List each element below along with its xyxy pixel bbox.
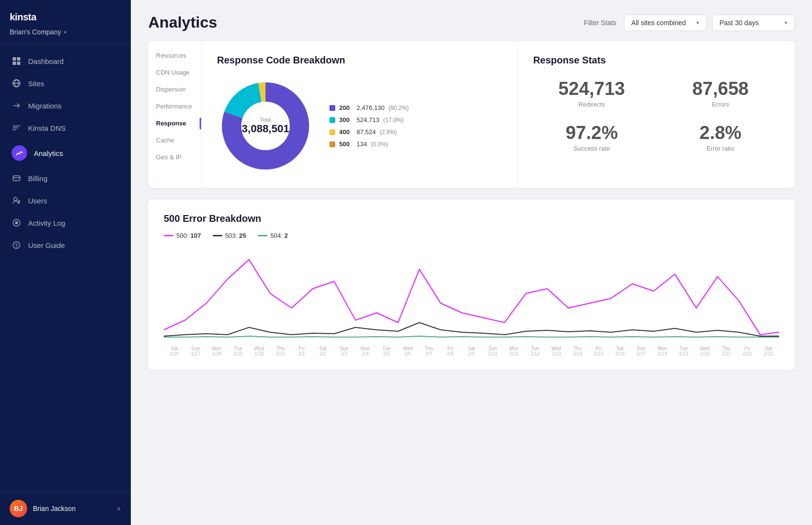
line-chart-svg — [164, 245, 779, 342]
user-chevron-icon: ∧ — [117, 505, 121, 512]
legend-dot-500 — [329, 141, 335, 147]
sidebar-item-dashboard[interactable]: Dashboard — [0, 50, 131, 72]
subnav-cache[interactable]: Cache — [148, 132, 201, 149]
error-legend-504-label: 504: 2 — [270, 232, 288, 239]
legend-item-200: 200 2,476,130 (80.2%) — [329, 104, 409, 111]
x-label: Sat2/9 — [461, 346, 482, 356]
stat-error-ratio-label: Error ratio — [662, 145, 779, 152]
x-label: Sat2/16 — [609, 346, 631, 356]
legend-pct-400: (2.8%) — [380, 129, 397, 136]
svg-text:?: ? — [15, 243, 18, 248]
svg-rect-2 — [17, 57, 20, 61]
analytics-active-dot — [12, 145, 27, 161]
sidebar-item-migrations[interactable]: Migrations — [0, 94, 131, 117]
x-label: Sun2/10 — [482, 346, 503, 356]
donut-chart-title: Response Code Breakdown — [217, 55, 501, 66]
legend-dot-300 — [329, 117, 335, 123]
sidebar-nav: Dashboard Sites Migrations Kinsta DNS — [0, 44, 131, 492]
site-filter-dropdown[interactable]: All sites combined ▾ — [624, 15, 706, 31]
user-guide-icon: ? — [12, 240, 21, 250]
sidebar-item-billing-label: Billing — [28, 174, 47, 183]
x-label: Thu2/7 — [419, 346, 440, 356]
users-icon — [12, 196, 21, 205]
x-label: Wed2/6 — [397, 346, 419, 356]
stat-errors-value: 87,658 — [662, 79, 779, 98]
x-label: Thu2/21 — [716, 346, 737, 356]
x-label: Sat2/23 — [758, 346, 779, 356]
subnav-cdn-usage[interactable]: CDN Usage — [148, 64, 201, 81]
billing-icon — [12, 173, 21, 183]
user-name: Brian Jackson — [33, 505, 111, 512]
error-legend-500-label: 500: 107 — [176, 232, 201, 239]
legend-pct-500: (0.0%) — [371, 141, 388, 148]
right-panel: Response Stats 524,713 Redirects 87,658 … — [517, 41, 795, 188]
legend-count-400: 87,524 — [357, 128, 376, 136]
subnav-resources[interactable]: Resources — [148, 47, 201, 64]
x-label: Mon2/18 — [652, 346, 673, 356]
x-label: Tue1/29 — [227, 346, 249, 356]
donut-wrapper: Total 3,088,501 — [217, 77, 314, 174]
legend-line-500 — [164, 235, 173, 236]
sidebar-item-activity-log[interactable]: Activity Log — [0, 212, 131, 234]
legend-code-500: 500 — [339, 140, 353, 148]
legend-line-503 — [213, 235, 222, 236]
sidebar-item-sites[interactable]: Sites — [0, 72, 131, 94]
legend-code-200: 200 — [339, 104, 353, 111]
sidebar-item-analytics[interactable]: Analytics — [0, 139, 131, 167]
stat-error-ratio: 2.8% Error ratio — [662, 124, 779, 152]
svg-rect-3 — [13, 62, 16, 65]
sidebar-footer[interactable]: BJ Brian Jackson ∧ — [0, 492, 131, 525]
sidebar-item-users[interactable]: Users — [0, 189, 131, 212]
company-name: Brian's Company — [10, 28, 61, 36]
x-label: Tue2/12 — [525, 346, 546, 356]
left-panel: Resources CDN Usage Dispersion Performan… — [148, 41, 517, 188]
donut-total: Total 3,088,501 — [242, 117, 289, 135]
legend-item-300: 300 524,713 (17.0%) — [329, 116, 409, 124]
content-area: Resources CDN Usage Dispersion Performan… — [131, 41, 812, 387]
time-filter-dropdown[interactable]: Past 30 days ▾ — [712, 15, 795, 31]
sidebar-item-analytics-label: Analytics — [34, 149, 63, 157]
x-label: Mon2/4 — [355, 346, 376, 356]
svg-rect-4 — [17, 62, 20, 65]
x-label: Sun2/17 — [631, 346, 652, 356]
company-chevron-icon: ▾ — [64, 30, 66, 35]
donut-container: Total 3,088,501 200 2,476,130 (80.2%) — [217, 77, 501, 174]
sidebar-item-activity-log-label: Activity Log — [28, 219, 65, 227]
x-label: Tue2/19 — [673, 346, 694, 356]
legend-code-400: 400 — [339, 128, 353, 136]
error-legend-row: 500: 107 503: 25 504: 2 — [164, 232, 779, 239]
sidebar-item-migrations-label: Migrations — [28, 102, 62, 110]
legend-item-500: 500 134 (0.0%) — [329, 140, 409, 148]
top-header: Analytics Filter Stats All sites combine… — [131, 0, 812, 41]
svg-point-10 — [14, 198, 17, 201]
response-stats-title: Response Stats — [533, 55, 779, 66]
error-breakdown-title: 500 Error Breakdown — [164, 213, 779, 224]
x-label: Thu1/31 — [270, 346, 291, 356]
legend-count-300: 524,713 — [357, 116, 379, 124]
stat-errors-label: Errors — [662, 101, 779, 108]
subnav-performance[interactable]: Performance — [148, 98, 201, 115]
error-breakdown-section: 500 Error Breakdown 500: 107 503: 25 504… — [148, 200, 795, 370]
svg-rect-1 — [13, 57, 16, 61]
sidebar-item-kinsta-dns[interactable]: Kinsta DNS — [0, 117, 131, 139]
legend-count-200: 2,476,130 — [357, 104, 385, 111]
subnav-geo-ip[interactable]: Geo & IP — [148, 149, 201, 166]
svg-rect-8 — [13, 176, 20, 181]
x-label: Wed1/30 — [249, 346, 270, 356]
legend-dot-200 — [329, 105, 335, 111]
x-label: Mon2/11 — [503, 346, 525, 356]
subnav-response[interactable]: Response — [148, 115, 201, 132]
subnav-dispersion[interactable]: Dispersion — [148, 81, 201, 98]
x-label: Fri2/1 — [291, 346, 312, 356]
sidebar-item-billing[interactable]: Billing — [0, 167, 131, 189]
sidebar-item-user-guide[interactable]: ? User Guide — [0, 234, 131, 256]
error-legend-500: 500: 107 — [164, 232, 201, 239]
time-filter-chevron-icon: ▾ — [784, 19, 787, 26]
sub-nav: Resources CDN Usage Dispersion Performan… — [148, 41, 202, 188]
site-filter-value: All sites combined — [631, 19, 686, 27]
sidebar: kinsta Brian's Company ▾ Dashboard Sites — [0, 0, 131, 525]
sidebar-logo: kinsta — [10, 12, 121, 25]
donut-chart-panel: Response Code Breakdown — [202, 41, 517, 188]
migrations-icon — [12, 101, 21, 110]
sidebar-company[interactable]: Brian's Company ▾ — [10, 28, 121, 36]
